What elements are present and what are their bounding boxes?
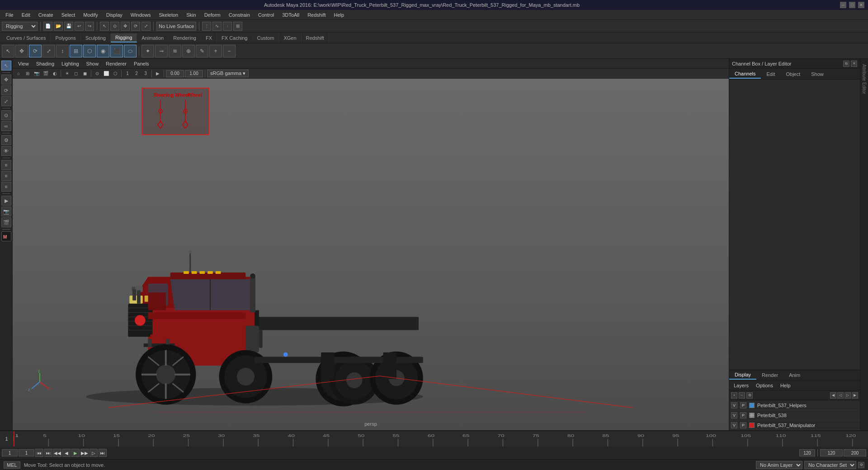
live-surface-label[interactable]: No Live Surface [156, 22, 196, 31]
menu-windows[interactable]: Windows [127, 11, 155, 19]
vp-tb-wire[interactable]: ⬡ [111, 70, 119, 78]
layer-btn-2[interactable]: ≡ [1, 171, 11, 181]
shelf-icon-scale[interactable]: ⤢ [42, 45, 55, 57]
shelf-tab-sculpting[interactable]: Sculpting [81, 34, 111, 42]
shelf-icon-spline-ik[interactable]: ≋ [169, 45, 181, 57]
shelf-icon-sphere[interactable]: ◉ [97, 45, 109, 57]
workspace-dropdown[interactable]: Rigging Modeling Animation [2, 22, 38, 31]
menu-constrain[interactable]: Constrain [225, 11, 254, 19]
move-tool-btn[interactable]: ✥ [121, 22, 130, 31]
shelf-icon-polygon[interactable]: ⬡ [83, 45, 96, 57]
layer-row-helpers[interactable]: V P Peterbilt_537_Helpers [729, 400, 860, 410]
vp-tb-lighting2[interactable]: ◻ [72, 70, 80, 78]
vp-tb-isolate[interactable]: ⊙ [93, 70, 101, 78]
viewport-canvas[interactable]: Steering Wheel Wheel [13, 79, 729, 430]
redo-btn[interactable]: ↪ [85, 22, 94, 31]
rotate-mode-btn[interactable]: ⟳ [1, 85, 11, 95]
snapshot-btn[interactable]: 📷 [1, 207, 11, 216]
playback-next-key[interactable]: ▷ [90, 449, 98, 457]
status-settings-btn[interactable]: ⚙ [858, 462, 864, 468]
anim-layer-dropdown[interactable]: No Anim Layer [756, 461, 802, 469]
shelf-icon-ik-handle[interactable]: ⊸ [155, 45, 168, 57]
playback-go-end[interactable]: ⏭ [99, 449, 107, 457]
playback-next-frame[interactable]: ▶▶ [80, 449, 89, 457]
vp-menu-shading[interactable]: Shading [33, 60, 57, 67]
scale-mode-btn[interactable]: ⤢ [1, 96, 11, 106]
shelf-tab-fx-caching[interactable]: FX Caching [217, 34, 252, 42]
vp-tb-grid[interactable]: ⊞ [24, 70, 32, 78]
layers-nav-right2[interactable]: ▶ [852, 392, 858, 399]
shelf-tab-rigging[interactable]: Rigging [111, 33, 137, 42]
maya-logo[interactable]: M [1, 231, 11, 241]
shelf-tab-fx[interactable]: FX [201, 34, 217, 42]
panel-close-btn[interactable]: ✕ [851, 61, 857, 67]
disp-tab-anim[interactable]: Anim [783, 371, 806, 379]
shelf-icon-joint[interactable]: ✦ [142, 45, 154, 57]
shelf-tab-custom[interactable]: Custom [253, 34, 279, 42]
ipr-btn[interactable]: 🎬 [1, 217, 11, 227]
move-mode-btn[interactable]: ✥ [1, 75, 11, 85]
timeline-end-input[interactable] [799, 449, 815, 456]
layer-btn-3[interactable]: ≡ [1, 182, 11, 192]
select-tool-btn[interactable]: ↖ [100, 22, 109, 31]
vp-tb-film[interactable]: 🎬 [42, 70, 50, 78]
playback-play[interactable]: ▶ [71, 449, 80, 457]
shelf-icon-bind-skin[interactable]: ⊕ [182, 45, 195, 57]
vp-tb-home[interactable]: ⌂ [14, 70, 23, 78]
shelf-tab-animation[interactable]: Animation [137, 34, 169, 42]
lasso-select-btn[interactable]: ⊙ [110, 22, 119, 31]
timeline-anim-end[interactable] [844, 449, 866, 456]
menu-deform[interactable]: Deform [201, 11, 224, 19]
snap-view-btn[interactable]: ⊞ [233, 22, 242, 31]
shelf-icon-cube[interactable]: ⬛ [110, 45, 123, 57]
shelf-icon-snap[interactable]: ⊞ [70, 45, 82, 57]
vp-tb-playback[interactable]: ▶ [154, 70, 162, 78]
layer-v-btn-3[interactable]: V [731, 422, 737, 428]
shelf-icon-cylinder[interactable]: ⬭ [124, 45, 137, 57]
shelf-icon-plus[interactable]: + [209, 45, 222, 57]
layers-menu-options[interactable]: Options [753, 382, 776, 389]
shelf-icon-select[interactable]: ↖ [2, 45, 14, 57]
show-hide-btn[interactable]: 👁 [1, 146, 11, 156]
shelf-tab-curves[interactable]: Curves / Surfaces [2, 34, 51, 42]
layer-v-btn-2[interactable]: V [731, 412, 737, 418]
layer-p-btn-3[interactable]: P [740, 422, 746, 428]
layer-btn-1[interactable]: ≡ [1, 160, 11, 170]
close-button[interactable]: ✕ [858, 2, 864, 8]
menu-3dtoall[interactable]: 3DToAll [278, 11, 303, 19]
gain-input[interactable] [185, 70, 203, 77]
cam-settings-btn[interactable]: ⚙ [1, 135, 11, 145]
select-mode-btn[interactable]: ↖ [1, 61, 11, 70]
save-scene-btn[interactable]: 💾 [64, 22, 73, 31]
menu-create[interactable]: Create [35, 11, 57, 19]
scale-tool-btn[interactable]: ⤢ [142, 22, 151, 31]
open-scene-btn[interactable]: 📂 [54, 22, 63, 31]
script-type-label[interactable]: MEL [4, 461, 20, 469]
timeline-ruler-inner[interactable]: 1 5 10 15 20 25 30 [14, 431, 868, 446]
shelf-tab-rendering[interactable]: Rendering [169, 34, 201, 42]
layer-delete-btn[interactable]: − [739, 392, 745, 399]
ch-tab-show[interactable]: Show [806, 70, 829, 78]
vp-tb-lighting1[interactable]: ☀ [63, 70, 71, 78]
layers-nav-right[interactable]: ▷ [844, 392, 851, 399]
vp-menu-show[interactable]: Show [84, 60, 102, 67]
layers-menu-layers[interactable]: Layers [731, 382, 751, 389]
vp-tb-display3[interactable]: 3 [142, 70, 150, 78]
vp-tb-camera[interactable]: 📷 [33, 70, 41, 78]
layer-create-btn[interactable]: + [731, 392, 737, 399]
snap-curve-btn[interactable]: ∿ [212, 22, 222, 31]
ch-tab-object[interactable]: Object [780, 70, 806, 78]
playback-prev-frame[interactable]: ◀◀ [53, 449, 61, 457]
vp-menu-view[interactable]: View [15, 60, 32, 67]
window-controls[interactable]: ─ □ ✕ [840, 2, 864, 8]
menu-skeleton[interactable]: Skeleton [155, 11, 182, 19]
menu-redshift[interactable]: Redshift [304, 11, 329, 19]
menu-help[interactable]: Help [330, 11, 348, 19]
vp-tb-xray[interactable]: ⬜ [102, 70, 110, 78]
playback-back[interactable]: ◀ [62, 449, 71, 457]
ch-tab-edit[interactable]: Edit [761, 70, 780, 78]
layer-p-btn-2[interactable]: P [740, 412, 746, 418]
vp-menu-lighting[interactable]: Lighting [59, 60, 82, 67]
playback-go-start[interactable]: ⏮ [35, 449, 43, 457]
gamma-input[interactable] [166, 70, 184, 77]
